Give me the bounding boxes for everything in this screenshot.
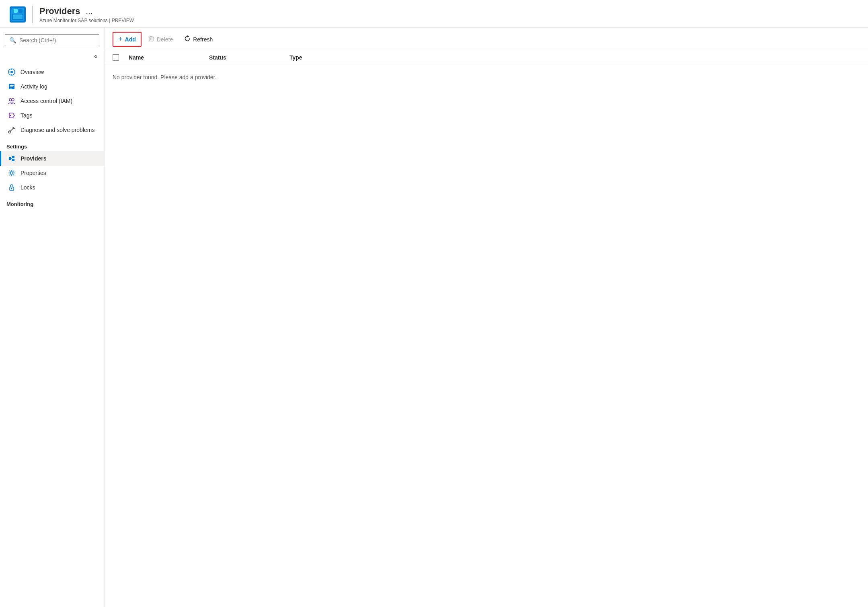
overview-icon xyxy=(8,68,16,76)
main-layout: 🔍 « Overview xyxy=(0,28,868,607)
page-header: Providers ... Azure Monitor for SAP solu… xyxy=(0,0,868,28)
select-all-checkbox[interactable] xyxy=(113,54,119,61)
page-title-text: Providers xyxy=(39,6,80,16)
svg-rect-14 xyxy=(10,86,13,87)
checkbox-header-cell xyxy=(113,54,129,61)
nav-locks[interactable]: Locks xyxy=(0,180,104,195)
collapse-sidebar-button[interactable]: « xyxy=(91,51,101,62)
svg-rect-13 xyxy=(10,85,14,86)
locks-label: Locks xyxy=(21,184,35,191)
delete-icon xyxy=(148,35,154,43)
svg-point-19 xyxy=(10,115,11,116)
properties-icon xyxy=(8,169,16,177)
add-button[interactable]: + Add xyxy=(113,32,142,47)
toolbar: + Add Delete xyxy=(105,28,868,51)
table-header: Name Status Type xyxy=(105,51,868,64)
empty-state-message: No provider found. Please add a provider… xyxy=(105,64,868,90)
delete-button[interactable]: Delete xyxy=(143,33,178,45)
overview-label: Overview xyxy=(21,69,44,75)
svg-line-35 xyxy=(9,174,10,175)
locks-icon xyxy=(8,183,16,191)
svg-rect-3 xyxy=(13,14,23,19)
svg-point-7 xyxy=(10,71,13,73)
name-header-cell: Name xyxy=(129,54,209,61)
access-control-label: Access control (IAM) xyxy=(21,98,72,104)
settings-section-header: Settings xyxy=(0,137,104,151)
nav-access-control[interactable]: Access control (IAM) xyxy=(0,94,104,108)
properties-label: Properties xyxy=(21,170,46,176)
diagnose-label: Diagnose and solve problems xyxy=(21,127,94,133)
content-area: + Add Delete xyxy=(105,28,868,607)
tags-label: Tags xyxy=(21,112,33,119)
extra-header-cell xyxy=(370,54,860,61)
nav-activity-log[interactable]: Activity log xyxy=(0,79,104,94)
sidebar: 🔍 « Overview xyxy=(0,28,105,607)
providers-icon xyxy=(8,154,16,163)
access-control-icon xyxy=(8,97,16,105)
diagnose-icon xyxy=(8,126,16,134)
app-logo xyxy=(8,5,27,24)
search-box[interactable]: 🔍 xyxy=(5,34,99,46)
header-divider xyxy=(32,6,33,23)
more-options-button[interactable]: ... xyxy=(84,6,95,17)
svg-rect-23 xyxy=(9,157,11,160)
activity-log-label: Activity log xyxy=(21,83,47,90)
svg-point-37 xyxy=(11,188,12,189)
refresh-label: Refresh xyxy=(193,36,213,43)
page-title: Providers ... xyxy=(39,6,134,17)
refresh-button[interactable]: Refresh xyxy=(179,33,218,45)
svg-rect-38 xyxy=(149,37,153,41)
refresh-icon xyxy=(184,35,191,43)
search-input[interactable] xyxy=(19,37,95,43)
svg-rect-25 xyxy=(12,159,14,161)
svg-rect-24 xyxy=(12,156,14,158)
nav-overview[interactable]: Overview xyxy=(0,65,104,79)
delete-label: Delete xyxy=(157,36,173,43)
nav-tags[interactable]: Tags xyxy=(0,108,104,123)
svg-line-33 xyxy=(13,174,14,175)
search-icon: 🔍 xyxy=(9,37,16,43)
svg-point-17 xyxy=(12,99,14,101)
page-subtitle: Azure Monitor for SAP solutions | PREVIE… xyxy=(39,18,134,23)
nav-diagnose[interactable]: Diagnose and solve problems xyxy=(0,123,104,137)
collapse-sidebar-area: « xyxy=(0,51,104,65)
svg-line-34 xyxy=(13,171,14,172)
table-container: Name Status Type No provider found. Plea… xyxy=(105,51,868,607)
svg-point-16 xyxy=(9,99,12,101)
type-header-cell: Type xyxy=(289,54,370,61)
svg-rect-4 xyxy=(14,9,18,13)
svg-rect-5 xyxy=(18,9,23,13)
monitoring-section-header: Monitoring xyxy=(0,195,104,209)
add-label: Add xyxy=(125,36,136,43)
svg-point-27 xyxy=(10,172,13,174)
svg-line-20 xyxy=(10,128,14,132)
nav-providers[interactable]: Providers xyxy=(0,151,104,166)
svg-line-32 xyxy=(9,171,10,172)
add-icon: + xyxy=(118,35,123,43)
tags-icon xyxy=(8,111,16,119)
providers-label: Providers xyxy=(21,155,47,162)
svg-rect-15 xyxy=(10,88,12,88)
nav-properties[interactable]: Properties xyxy=(0,166,104,180)
activity-log-icon xyxy=(8,82,16,91)
header-text-group: Providers ... Azure Monitor for SAP solu… xyxy=(39,6,134,23)
status-header-cell: Status xyxy=(209,54,289,61)
